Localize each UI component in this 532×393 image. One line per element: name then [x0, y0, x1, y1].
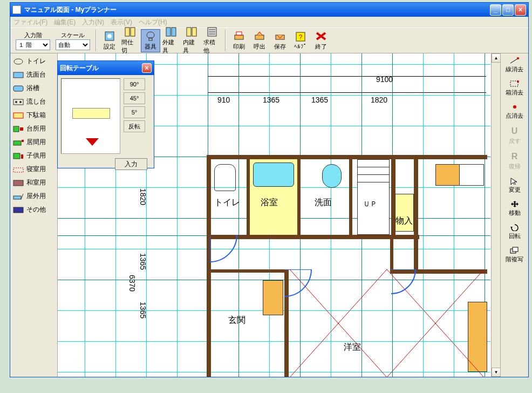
- sidebar-item-toilet[interactable]: トイレ: [11, 55, 56, 68]
- dialog-titlebar[interactable]: 回転テーブル ×: [58, 61, 154, 75]
- toolbar: 入力階 １ 階 スケール 自動 設定 間仕切 器具 外建具 内建具 求積他 印刷…: [10, 28, 528, 53]
- close-button[interactable]: ×: [515, 4, 526, 16]
- sidebar-item-sink[interactable]: 流し台: [11, 95, 56, 109]
- dim-1365-1: 1365: [263, 96, 279, 104]
- outdoor-icon: [12, 193, 24, 200]
- room-label-toilet: トイレ: [214, 197, 240, 208]
- input-button[interactable]: 入力: [115, 158, 147, 170]
- sidebar-item-japanese[interactable]: 和室用: [11, 176, 56, 189]
- move-icon: [509, 200, 520, 208]
- svg-rect-2: [125, 28, 129, 36]
- box-erase-icon: [509, 80, 520, 87]
- svg-rect-14: [235, 35, 243, 39]
- floor-select[interactable]: １ 階: [16, 39, 50, 50]
- scroll-down-button[interactable]: ▼: [492, 368, 500, 377]
- dim-1365-2: 1365: [311, 96, 328, 104]
- sidebar-item-bathtub[interactable]: 浴槽: [11, 82, 56, 95]
- titlebar[interactable]: マニュアル図面 - Myプランナー _ □ ×: [10, 3, 528, 17]
- down-arrow-icon: [86, 138, 99, 146]
- sidebar-item-shoebox[interactable]: 下駄箱: [11, 109, 56, 122]
- dialog-close-button[interactable]: ×: [142, 63, 152, 73]
- svg-rect-25: [13, 99, 23, 105]
- svg-point-1: [107, 34, 112, 38]
- sidebar-item-living[interactable]: 居間用: [11, 135, 56, 149]
- svg-rect-33: [13, 153, 20, 159]
- svg-rect-31: [13, 141, 21, 145]
- main-window: マニュアル図面 - Myプランナー _ □ × ファイル(F) 編集(E) 入力…: [10, 2, 529, 377]
- svg-rect-9: [192, 28, 196, 36]
- ext-fitting-button[interactable]: 外建具: [161, 25, 181, 56]
- undo-icon: U: [511, 126, 518, 136]
- children-icon: [12, 152, 24, 160]
- svg-point-47: [517, 80, 519, 83]
- menu-input[interactable]: 入力(N): [82, 18, 104, 27]
- undo-button[interactable]: U戻す: [503, 125, 527, 146]
- maximize-button[interactable]: □: [502, 4, 514, 16]
- rotate-5-button[interactable]: 5°: [124, 106, 145, 118]
- vertical-scrollbar[interactable]: ▲ ▼: [491, 53, 500, 377]
- fixture-button[interactable]: 器具: [141, 29, 160, 52]
- settings-button[interactable]: 設定: [100, 30, 119, 52]
- svg-point-48: [513, 105, 516, 109]
- end-button[interactable]: 終了: [311, 30, 331, 52]
- flip-button[interactable]: 反転: [124, 120, 145, 132]
- line-erase-button[interactable]: 線消去: [503, 56, 527, 74]
- int-fitting-button[interactable]: 内建具: [182, 25, 201, 56]
- washstand-icon: [12, 71, 24, 79]
- point-erase-button[interactable]: 点消去: [503, 102, 527, 121]
- living-icon: [12, 139, 24, 146]
- scale-label: スケール: [61, 31, 85, 39]
- menu-file[interactable]: ファイル(F): [13, 18, 47, 27]
- rotate-button[interactable]: 回転: [503, 222, 527, 241]
- svg-rect-32: [22, 140, 24, 142]
- minimize-button[interactable]: _: [490, 4, 501, 16]
- rotate-90-button[interactable]: 90°: [124, 78, 145, 90]
- svg-rect-6: [166, 28, 170, 36]
- preview-shape: [72, 108, 110, 119]
- sidebar-item-other[interactable]: その他: [11, 203, 56, 216]
- calc-button[interactable]: 求積他: [202, 25, 222, 56]
- svg-rect-3: [131, 28, 135, 36]
- print-button[interactable]: 印刷: [229, 30, 249, 52]
- menu-edit[interactable]: 編集(E): [54, 18, 76, 27]
- save-button[interactable]: 保存: [270, 30, 290, 52]
- rotation-dialog: 回転テーブル × 90° 45° 5° 反転 入力: [57, 60, 154, 168]
- room-label-up: ＵＰ: [363, 199, 377, 209]
- sidebar-item-bedroom[interactable]: 寝室用: [11, 162, 56, 176]
- bathtub-icon: [12, 85, 24, 92]
- window-title: マニュアル図面 - Myプランナー: [24, 5, 490, 15]
- svg-point-4: [147, 32, 154, 38]
- sidebar-item-children[interactable]: 子供用: [11, 149, 56, 162]
- scroll-up-button[interactable]: ▲: [492, 53, 500, 63]
- floor-copy-icon: [509, 247, 520, 254]
- svg-rect-39: [13, 207, 23, 213]
- dim-9100: 9100: [376, 75, 393, 84]
- calc-icon: [206, 26, 219, 37]
- help-button[interactable]: ?ﾍﾙﾌﾟ: [291, 30, 310, 51]
- svg-rect-15: [236, 32, 242, 35]
- app-icon: [12, 5, 21, 14]
- box-erase-button[interactable]: 箱消去: [503, 79, 527, 98]
- sidebar-item-washstand[interactable]: 洗面台: [11, 68, 56, 82]
- fixture-icon: [144, 31, 157, 42]
- scale-select[interactable]: 自動: [56, 39, 90, 50]
- callout-button[interactable]: 呼出: [250, 30, 269, 52]
- floor-copy-button[interactable]: 階複写: [503, 246, 527, 265]
- svg-point-22: [14, 59, 23, 64]
- line-erase-icon: [509, 57, 520, 64]
- sidebar-item-kitchen[interactable]: 台所用: [11, 122, 56, 135]
- dim-v-1365-2: 1365: [139, 302, 147, 319]
- move-button[interactable]: 移動: [503, 199, 527, 218]
- partition-button[interactable]: 間仕切: [120, 25, 140, 56]
- dim-v-6370: 6370: [128, 275, 137, 292]
- svg-rect-29: [13, 126, 19, 132]
- rotate-45-button[interactable]: 45°: [124, 92, 145, 104]
- svg-rect-37: [13, 196, 21, 199]
- svg-rect-34: [21, 154, 23, 159]
- sidebar-item-outdoor[interactable]: 屋外用: [11, 189, 56, 203]
- restore-button[interactable]: R復帰: [503, 151, 527, 172]
- svg-rect-24: [13, 86, 23, 91]
- fixture-palette: トイレ 洗面台 浴槽 流し台 下駄箱 台所用 居間用 子供用 寝室用 和室用 屋…: [10, 53, 58, 377]
- change-button[interactable]: 変更: [503, 176, 527, 195]
- svg-point-26: [15, 101, 17, 103]
